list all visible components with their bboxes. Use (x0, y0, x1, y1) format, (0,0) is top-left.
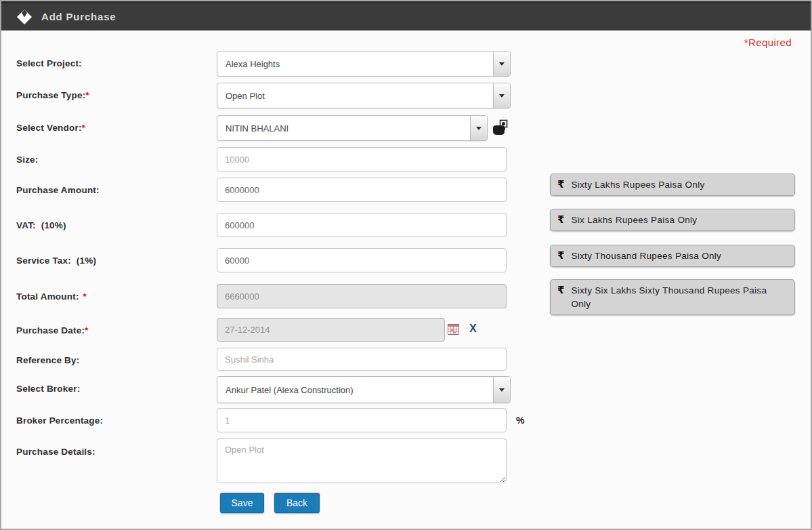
amount-words: Six Lakhs Rupees Paisa Only (571, 213, 697, 227)
purchase-date-label: Purchase Date:* (16, 325, 89, 335)
service-tax-input[interactable] (217, 248, 507, 272)
amount-words: Sixty Six Lakhs Sixty Thousand Rupees Pa… (571, 284, 788, 311)
purchase-amount-input[interactable] (217, 178, 507, 202)
select-project-dropdown[interactable]: Alexa Heights (217, 51, 511, 77)
select-project-value: Alexa Heights (217, 59, 493, 69)
broker-percentage-label: Broker Percentage: (16, 415, 103, 426)
rupee-icon: ₹ (557, 249, 564, 262)
select-broker-dropdown[interactable]: Ankur Patel (Alexa Construction) (217, 376, 511, 403)
total-amount-label: Total Amount:* (16, 291, 87, 302)
select-broker-value: Ankur Patel (Alexa Construction) (217, 385, 493, 395)
vat-label: VAT: (10%) (16, 220, 66, 230)
required-note: *Required (744, 37, 792, 48)
add-purchase-page: Add Purchase *Required Select Project: A… (0, 0, 812, 530)
service-tax-words-chip: ₹ Sixty Thousand Rupees Paisa Only (550, 245, 795, 267)
purchase-amount-words-chip: ₹ Sixty Lakhs Rupees Paisa Only (550, 174, 795, 196)
clear-date-button[interactable]: X (469, 323, 477, 335)
percent-suffix: % (516, 415, 524, 426)
purchase-type-dropdown[interactable]: Open Plot (217, 83, 511, 108)
vat-words-chip: ₹ Six Lakhs Rupees Paisa Only (550, 209, 795, 231)
select-vendor-value: NITIN BHALANI (217, 123, 470, 134)
total-amount-words-chip: ₹ Sixty Six Lakhs Sixty Thousand Rupees … (550, 279, 795, 315)
save-button[interactable]: Save (220, 493, 264, 513)
reference-by-label: Reference By: (16, 355, 79, 365)
rupee-icon: ₹ (557, 178, 564, 190)
vat-input[interactable] (217, 213, 507, 237)
select-vendor-label: Select Vendor:* (16, 123, 85, 133)
purchase-type-value: Open Plot (217, 91, 493, 101)
chevron-down-icon[interactable] (493, 52, 510, 76)
select-broker-label: Select Broker: (16, 384, 80, 394)
purchase-amount-label: Purchase Amount: (16, 185, 100, 195)
select-vendor-dropdown[interactable]: NITIN BHALANI (217, 115, 488, 141)
service-tax-label: Service Tax: (1%) (16, 256, 96, 266)
calendar-icon[interactable] (448, 324, 459, 335)
rupee-icon: ₹ (557, 284, 564, 296)
purchase-type-label: Purchase Type:* (16, 90, 89, 100)
header-bar: Add Purchase (1, 1, 811, 30)
size-label: Size: (16, 155, 39, 165)
amount-words: Sixty Lakhs Rupees Paisa Only (571, 178, 704, 192)
amount-words: Sixty Thousand Rupees Paisa Only (571, 249, 721, 263)
chevron-down-icon[interactable] (493, 377, 510, 403)
reference-by-input[interactable] (217, 348, 507, 371)
broker-percentage-input[interactable] (217, 408, 507, 432)
select-project-label: Select Project: (16, 58, 82, 68)
chevron-down-icon[interactable] (470, 116, 487, 140)
size-input[interactable] (217, 147, 507, 171)
purchase-details-textarea[interactable] (217, 439, 507, 483)
page-title: Add Purchase (41, 11, 116, 22)
back-button[interactable]: Back (274, 493, 320, 513)
chevron-down-icon[interactable] (493, 83, 510, 108)
purchase-date-input[interactable] (217, 318, 445, 342)
diamond-icon (16, 9, 33, 25)
total-amount-input (217, 284, 507, 308)
add-vendor-icon[interactable] (492, 119, 509, 137)
rupee-icon: ₹ (557, 213, 564, 226)
purchase-details-label: Purchase Details: (16, 447, 95, 457)
